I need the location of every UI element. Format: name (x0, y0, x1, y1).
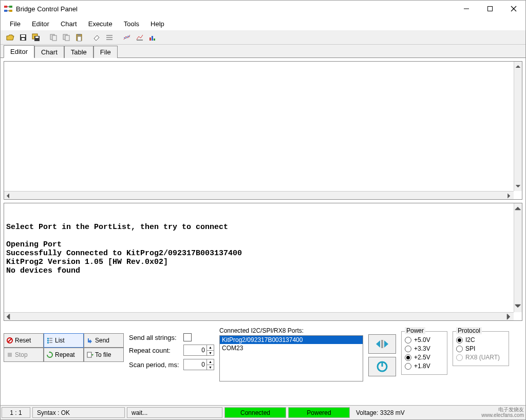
menu-chart[interactable]: Chart (55, 18, 82, 29)
send-all-checkbox[interactable] (183, 333, 192, 341)
svg-rect-2 (9, 6, 12, 8)
menu-tools[interactable]: Tools (119, 18, 144, 29)
repeat-count-label: Repeat count: (129, 347, 180, 354)
attribution-line1: 电子发烧友 (481, 407, 524, 412)
copy-icon[interactable] (48, 32, 59, 43)
menubar: File Editor Chart Execute Tools Help (1, 17, 525, 30)
protocol-rx8: RX8 (UART) (456, 354, 505, 361)
svg-rect-3 (9, 10, 12, 12)
svg-rect-21 (78, 34, 81, 35)
editor-textarea[interactable]: ⏶⏷ ⏴⏵ (4, 61, 522, 200)
svg-rect-39 (87, 352, 91, 357)
svg-rect-33 (47, 340, 49, 341)
svg-line-31 (8, 338, 12, 342)
status-cursor-pos: 1 : 1 (2, 407, 30, 418)
power-group-title: Power (405, 327, 425, 334)
minimize-button[interactable] (455, 1, 478, 17)
controls-panel: Reset List Send Stop Repeat To file (1, 324, 525, 385)
send-all-label: Send all strings: (129, 334, 180, 341)
scan-period-value: 0 (184, 359, 206, 370)
power-1v8[interactable]: +1.8V (405, 362, 444, 370)
menu-execute[interactable]: Execute (83, 18, 118, 29)
port-item-0[interactable]: KitProg2/092317B003137400 (220, 336, 363, 344)
svg-rect-11 (21, 35, 25, 37)
repeat-label: Repeat (55, 351, 75, 358)
titlebar: Bridge Control Panel (1, 1, 525, 17)
close-button[interactable] (502, 1, 525, 17)
list-button[interactable]: List (44, 333, 84, 348)
repeat-count-value: 0 (184, 345, 206, 355)
eraser-icon[interactable] (91, 32, 102, 43)
power-5v[interactable]: +5.0V (405, 336, 444, 343)
svg-rect-22 (78, 36, 81, 41)
tab-editor[interactable]: Editor (4, 45, 34, 58)
reset-button[interactable]: Reset (4, 333, 44, 348)
svg-rect-17 (52, 35, 57, 41)
tab-chart[interactable]: Chart (34, 46, 64, 58)
chart1-icon[interactable] (121, 32, 133, 43)
connect-port-button[interactable] (368, 334, 396, 354)
menu-file[interactable]: File (5, 18, 26, 29)
editor-hscrollbar[interactable]: ⏴⏵ (4, 191, 514, 199)
status-powered: Powered (288, 407, 350, 418)
status-wait: wait... (127, 407, 222, 418)
log-vscrollbar[interactable]: ⏶⏷ (514, 203, 522, 312)
protocol-group-title: Protocol (456, 327, 482, 334)
chart3-icon[interactable] (147, 32, 158, 43)
stop-button: Stop (4, 348, 44, 362)
power-3v3[interactable]: +3.3V (405, 345, 444, 352)
svg-rect-38 (8, 353, 12, 357)
svg-rect-12 (22, 38, 25, 40)
action-buttons: Reset List Send Stop Repeat To file (4, 333, 124, 362)
protocol-spi[interactable]: SPI (456, 345, 505, 352)
open-icon[interactable] (5, 32, 16, 43)
repeat-button[interactable]: Repeat (44, 348, 84, 362)
editor-vscrollbar[interactable]: ⏶⏷ (514, 62, 522, 191)
power-toggle-button[interactable] (368, 357, 396, 376)
tab-file[interactable]: File (93, 46, 118, 58)
protocol-group: Protocol I2C SPI RX8 (UART) (453, 331, 509, 366)
save-icon[interactable] (17, 32, 29, 43)
send-button[interactable]: Send (84, 333, 124, 348)
maximize-button[interactable] (478, 1, 502, 17)
svg-rect-28 (152, 36, 153, 41)
log-text: Select Port in the PortList, then try to… (6, 223, 513, 275)
repeat-count-arrows[interactable]: ▲▼ (206, 345, 214, 355)
svg-rect-19 (65, 35, 69, 41)
paste-icon[interactable] (73, 32, 85, 43)
ports-panel: Connected I2C/SPI/RX8 Ports: KitProg2/09… (219, 327, 363, 381)
scan-period-arrows[interactable]: ▲▼ (206, 359, 214, 370)
menu-help[interactable]: Help (145, 18, 170, 29)
port-item-1[interactable]: COM23 (220, 344, 363, 352)
svg-rect-34 (47, 342, 49, 343)
svg-rect-26 (137, 40, 143, 41)
tofile-button[interactable]: To file (84, 348, 124, 362)
power-group: Power +5.0V +3.3V +2.5V +1.8V (401, 331, 447, 375)
tofile-label: To file (95, 351, 111, 358)
tab-table[interactable]: Table (64, 46, 93, 58)
chart2-icon[interactable] (134, 32, 145, 43)
repeat-count-spinner[interactable]: 0 ▲▼ (183, 345, 214, 356)
window-title: Bridge Control Panel (16, 5, 455, 13)
svg-rect-15 (35, 36, 39, 38)
statusbar: 1 : 1 Syntax : OK wait... Connected Powe… (1, 405, 525, 419)
send-label: Send (95, 337, 109, 344)
document-tabs: Editor Chart Table File (1, 45, 525, 58)
status-connected: Connected (224, 407, 286, 418)
protocol-i2c[interactable]: I2C (456, 336, 505, 343)
menu-editor[interactable]: Editor (27, 18, 54, 29)
copy2-icon[interactable] (61, 32, 72, 43)
svg-rect-27 (149, 37, 151, 41)
log-output[interactable]: Select Port in the PortList, then try to… (4, 203, 522, 321)
ports-list[interactable]: KitProg2/092317B003137400 COM23 (219, 335, 363, 381)
app-icon (4, 4, 13, 13)
form-options: Send all strings: Repeat count: 0 ▲▼ Sca… (129, 333, 214, 370)
app-window: Bridge Control Panel File Editor Chart E… (0, 0, 526, 420)
save-all-icon[interactable] (30, 32, 42, 43)
scan-period-spinner[interactable]: 0 ▲▼ (183, 359, 214, 370)
attribution-line2: www.elecfans.com (481, 412, 524, 418)
list-icon[interactable] (104, 32, 115, 43)
svg-rect-32 (47, 338, 49, 339)
log-hscrollbar[interactable]: ⏴⏵ (4, 312, 514, 320)
power-2v5[interactable]: +2.5V (405, 354, 444, 361)
